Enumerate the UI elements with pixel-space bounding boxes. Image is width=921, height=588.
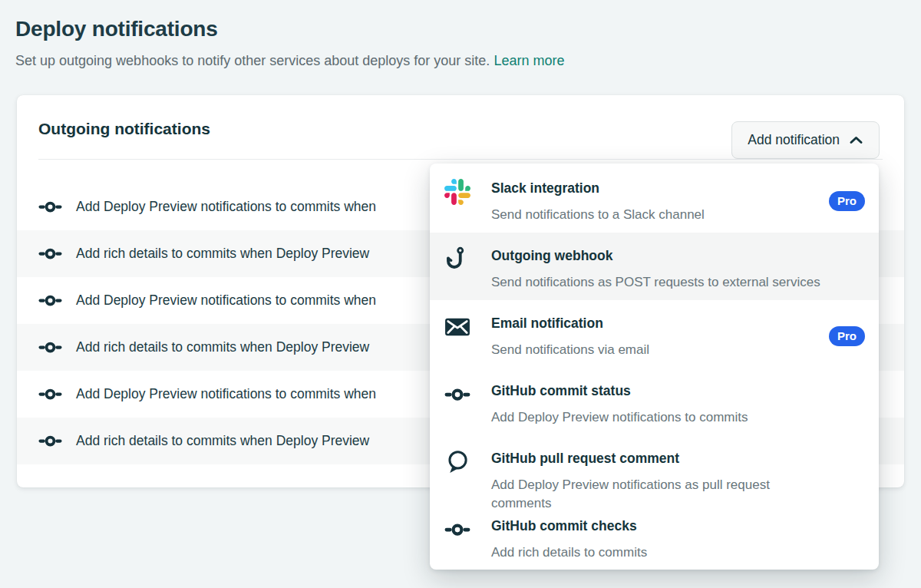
pro-badge: Pro bbox=[829, 191, 865, 211]
menu-item-description: Send notifications via email bbox=[491, 341, 649, 359]
menu-item-description: Send notifications as POST requests to e… bbox=[491, 273, 820, 292]
menu-item-outgoing-webhook[interactable]: Outgoing webhook Send notifications as P… bbox=[430, 233, 879, 300]
menu-item-title: GitHub pull request comment bbox=[491, 448, 825, 467]
add-notification-button-label: Add notification bbox=[748, 132, 840, 148]
menu-item-title: Slack integration bbox=[491, 177, 705, 197]
deploy-notifications-page: Deploy notifications Set up outgoing web… bbox=[0, 0, 921, 588]
menu-item-github-commit-checks[interactable]: GitHub commit checks Add rich details to… bbox=[430, 503, 879, 570]
page-title: Deploy notifications bbox=[15, 17, 218, 41]
learn-more-link[interactable]: Learn more bbox=[494, 53, 564, 68]
menu-item-description: Add rich details to commits bbox=[491, 543, 647, 562]
commit-icon bbox=[444, 381, 471, 408]
notification-row-label: Add rich details to commits when Deploy … bbox=[76, 433, 369, 449]
menu-item-title: GitHub commit status bbox=[491, 380, 748, 400]
menu-item-description: Send notifications to a Slack channel bbox=[491, 206, 705, 224]
slack-icon bbox=[444, 178, 471, 206]
add-notification-button[interactable]: Add notification bbox=[731, 121, 880, 159]
notification-row-label: Add Deploy Preview notifications to comm… bbox=[76, 386, 376, 402]
menu-item-title: Email notification bbox=[491, 312, 649, 332]
menu-item-title: Outgoing webhook bbox=[491, 245, 820, 265]
card-heading: Outgoing notifications bbox=[38, 120, 210, 138]
git-commit-icon bbox=[38, 429, 62, 453]
add-notification-menu: Slack integration Send notifications to … bbox=[430, 164, 879, 570]
pro-badge: Pro bbox=[829, 326, 865, 346]
git-commit-icon bbox=[38, 382, 62, 406]
notification-row-label: Add rich details to commits when Deploy … bbox=[76, 339, 369, 355]
git-commit-icon bbox=[38, 335, 62, 359]
git-commit-icon bbox=[38, 242, 62, 266]
notification-row-label: Add Deploy Preview notifications to comm… bbox=[76, 199, 376, 215]
card-header-divider bbox=[38, 159, 883, 160]
page-subtitle: Set up outgoing webhooks to notify other… bbox=[15, 53, 564, 69]
chevron-up-icon bbox=[849, 135, 863, 145]
notification-row-label: Add rich details to commits when Deploy … bbox=[76, 246, 369, 262]
notification-row-label: Add Deploy Preview notifications to comm… bbox=[76, 292, 376, 309]
page-subtitle-text: Set up outgoing webhooks to notify other… bbox=[15, 53, 490, 68]
menu-item-email-notification[interactable]: Email notification Send notifications vi… bbox=[430, 300, 879, 368]
menu-item-github-commit-status[interactable]: GitHub commit status Add Deploy Preview … bbox=[430, 368, 879, 435]
menu-item-github-pull-request-comment[interactable]: GitHub pull request comment Add Deploy P… bbox=[430, 435, 879, 503]
hook-icon bbox=[444, 246, 471, 273]
git-commit-icon bbox=[38, 289, 62, 312]
menu-item-description: Add Deploy Preview notifications to comm… bbox=[491, 408, 748, 427]
email-icon bbox=[444, 313, 471, 341]
comment-icon bbox=[444, 448, 471, 476]
menu-item-slack-integration[interactable]: Slack integration Send notifications to … bbox=[430, 165, 879, 233]
menu-item-title: GitHub commit checks bbox=[491, 515, 647, 535]
commit-icon bbox=[444, 516, 471, 543]
git-commit-icon bbox=[38, 195, 62, 219]
